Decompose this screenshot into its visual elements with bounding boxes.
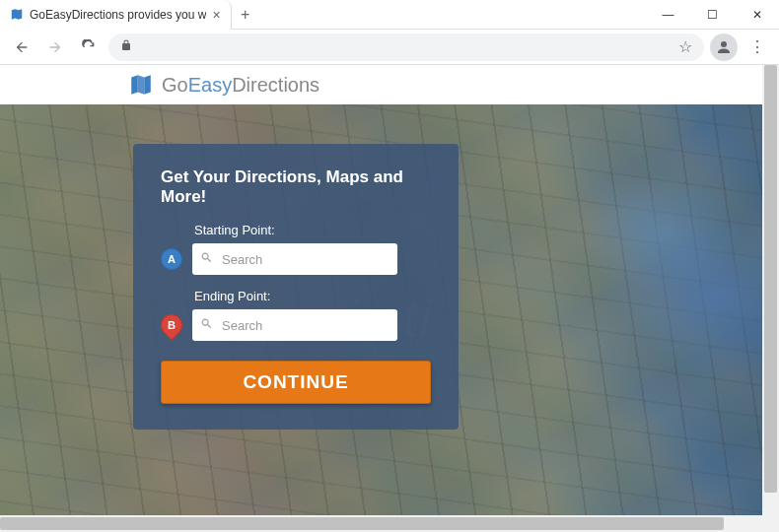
back-button[interactable] xyxy=(8,33,35,61)
logo-easy: Easy xyxy=(188,74,232,96)
start-input[interactable] xyxy=(192,243,397,275)
window-controls: — ☐ ✕ xyxy=(646,0,779,30)
browser-toolbar: ☆ ⋮ xyxy=(0,30,779,65)
address-bar[interactable]: ☆ xyxy=(108,33,704,61)
logo-directions: Directions xyxy=(232,74,319,96)
logo-go: Go xyxy=(162,74,188,96)
logo-map-icon xyxy=(128,72,154,98)
end-field-row: B xyxy=(161,309,431,341)
horizontal-scrollbar[interactable] xyxy=(0,515,762,532)
close-window-button[interactable]: ✕ xyxy=(735,0,779,30)
tab-title: GoEasyDirections provides you w xyxy=(30,8,206,22)
reload-button[interactable] xyxy=(75,33,103,61)
hero-section: i.sti Get Your Directions, Maps and More… xyxy=(0,104,779,532)
end-label: Ending Point: xyxy=(194,289,431,303)
pin-b-icon: B xyxy=(156,309,186,340)
directions-form: Get Your Directions, Maps and More! Star… xyxy=(133,144,459,430)
lock-icon xyxy=(120,39,132,54)
start-field-row: A xyxy=(161,243,431,275)
scroll-corner xyxy=(762,515,779,532)
minimize-button[interactable]: — xyxy=(646,0,690,30)
browser-tab[interactable]: GoEasyDirections provides you w × xyxy=(0,0,232,30)
scrollbar-thumb[interactable] xyxy=(764,65,777,493)
page-content: GoEasyDirections i.sti Get Your Directio… xyxy=(0,65,779,532)
map-favicon-icon xyxy=(10,8,24,22)
site-header: GoEasyDirections xyxy=(0,65,779,104)
close-tab-icon[interactable]: × xyxy=(212,7,220,23)
maximize-button[interactable]: ☐ xyxy=(690,0,735,30)
scrollbar-thumb[interactable] xyxy=(0,517,724,530)
form-title: Get Your Directions, Maps and More! xyxy=(161,167,431,207)
forward-button[interactable] xyxy=(41,33,69,61)
window-titlebar: GoEasyDirections provides you w × + — ☐ … xyxy=(0,0,779,30)
profile-button[interactable] xyxy=(710,33,738,61)
new-tab-button[interactable]: + xyxy=(232,6,259,24)
continue-button[interactable]: CONTINUE xyxy=(161,361,431,404)
vertical-scrollbar[interactable] xyxy=(762,65,779,515)
logo-text: GoEasyDirections xyxy=(162,74,319,97)
menu-button[interactable]: ⋮ xyxy=(744,33,771,61)
end-input[interactable] xyxy=(192,309,397,341)
start-label: Starting Point: xyxy=(194,223,431,237)
bookmark-star-icon[interactable]: ☆ xyxy=(678,37,692,56)
pin-a-icon: A xyxy=(161,248,182,270)
